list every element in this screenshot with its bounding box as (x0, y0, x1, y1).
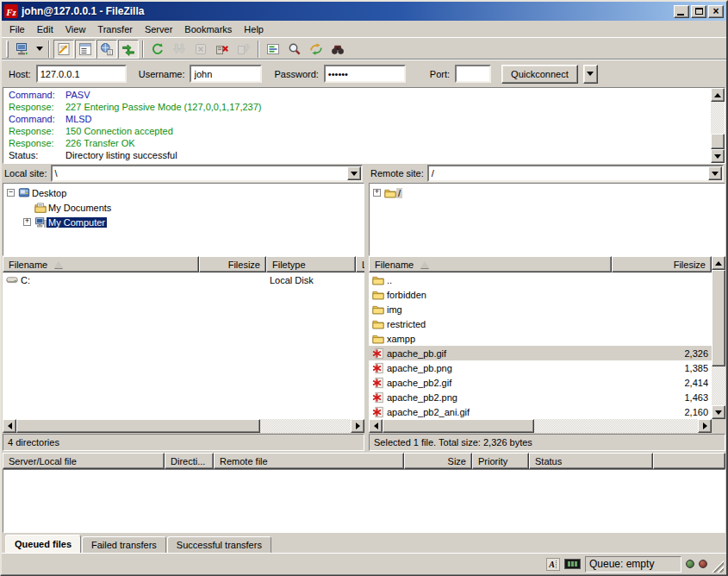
local-horizontal-scrollbar[interactable] (3, 419, 364, 433)
synchronized-browsing-button[interactable] (306, 40, 327, 59)
column-header-filename[interactable]: Filename (369, 256, 612, 272)
toggle-message-log-button[interactable] (53, 40, 74, 59)
quickconnect-dropdown-button[interactable] (583, 65, 598, 84)
quickconnect-button[interactable]: Quickconnect (501, 65, 578, 84)
folder-icon (372, 289, 384, 301)
menu-view[interactable]: View (59, 22, 92, 36)
menu-file[interactable]: File (3, 22, 31, 36)
collapse-icon[interactable]: − (7, 189, 15, 197)
scrollbar-thumb[interactable] (16, 419, 260, 433)
scroll-left-button[interactable] (3, 419, 16, 433)
username-input[interactable] (190, 65, 262, 83)
tab-successful-transfers[interactable]: Successful transfers (167, 536, 271, 553)
column-header-label: Server/Local file (9, 456, 77, 466)
scrollbar-track[interactable] (383, 419, 698, 433)
scroll-left-button[interactable] (369, 419, 383, 433)
scrollbar-thumb[interactable] (712, 270, 725, 366)
column-header-filesize[interactable]: Filesize (612, 256, 712, 272)
local-site-label: Local site: (4, 168, 47, 178)
column-header-priority[interactable]: Priority (472, 453, 529, 469)
file-row-img[interactable]: img (369, 302, 712, 316)
maximize-button[interactable] (691, 5, 706, 18)
local-site-dropdown-button[interactable] (347, 166, 361, 180)
file-row-apache-pb2-gif[interactable]: apache_pb2.gif2,414 (369, 375, 712, 390)
refresh-button[interactable] (147, 40, 168, 59)
menu-server[interactable]: Server (139, 22, 178, 36)
directory-listing-filters-button[interactable] (263, 40, 283, 59)
tab-failed-transfers[interactable]: Failed transfers (82, 536, 166, 553)
file-row-xampp[interactable]: xampp (369, 331, 712, 346)
tree-item-my-documents[interactable]: My Documents (3, 200, 364, 215)
arrow-left-icon (8, 423, 12, 429)
find-files-button[interactable] (327, 40, 348, 59)
scroll-up-button[interactable] (712, 256, 725, 270)
tree-item-label: Desktop (30, 188, 68, 198)
file-row-forbidden[interactable]: forbidden (369, 287, 712, 302)
menu-help[interactable]: Help (238, 22, 270, 36)
resize-grip[interactable] (712, 560, 724, 573)
scrollbar-thumb[interactable] (383, 419, 534, 433)
file-row-c[interactable]: C:Local Disk (3, 272, 364, 287)
scrollbar-track[interactable] (16, 419, 351, 433)
file-row-apache-pb2-ani-gif[interactable]: apache_pb2_ani.gif2,160 (369, 404, 712, 419)
tab-queued-files[interactable]: Queued files (5, 535, 81, 553)
file-row-[interactable]: .. (369, 272, 712, 287)
scrollbar-track[interactable] (712, 366, 725, 405)
scroll-down-button[interactable] (711, 149, 725, 163)
local-site-combobox[interactable]: \ (51, 165, 363, 182)
scroll-right-button[interactable] (698, 419, 712, 433)
chevron-down-icon (712, 172, 719, 176)
scrollbar-thumb[interactable] (711, 134, 725, 149)
file-row-apache-pb-png[interactable]: apache_pb.png1,385 (369, 360, 712, 375)
file-cell (612, 302, 712, 316)
column-header-remote-file[interactable]: Remote file (214, 453, 404, 469)
minimize-button[interactable] (674, 5, 689, 18)
remote-horizontal-scrollbar[interactable] (369, 419, 712, 433)
column-header-directi[interactable]: Directi... (165, 453, 214, 469)
column-header-filename[interactable]: Filename (3, 256, 199, 272)
tree-item-[interactable]: +/ (370, 185, 725, 200)
host-input[interactable] (36, 65, 127, 83)
arrow-right-icon (703, 423, 707, 429)
file-row-apache-pb2-png[interactable]: apache_pb2.png1,463 (369, 390, 712, 404)
scroll-down-button[interactable] (712, 405, 725, 419)
expand-icon[interactable]: + (373, 189, 381, 197)
close-button[interactable]: × (708, 5, 724, 18)
remote-site-dropdown-button[interactable] (708, 166, 722, 180)
remote-vertical-scrollbar[interactable] (712, 256, 725, 419)
password-input[interactable] (324, 65, 406, 83)
file-row-restricted[interactable]: restricted (369, 316, 712, 331)
process-queue-icon (172, 42, 186, 56)
site-manager-button[interactable] (12, 40, 33, 59)
cancel-operation-button[interactable] (190, 40, 211, 59)
port-input[interactable] (455, 65, 491, 83)
toggle-local-tree-button[interactable] (75, 40, 96, 59)
scroll-right-button[interactable] (351, 419, 364, 433)
tree-item-my-computer[interactable]: +My Computer (3, 215, 364, 229)
disconnect-button[interactable] (212, 40, 233, 59)
remote-site-combobox[interactable]: / (427, 165, 724, 182)
site-manager-dropdown-button[interactable] (34, 40, 45, 59)
toggle-remote-tree-button[interactable] (96, 40, 117, 59)
column-header-server-local-file[interactable]: Server/Local file (3, 453, 165, 469)
menu-bookmarks[interactable]: Bookmarks (178, 22, 238, 36)
scroll-up-button[interactable] (711, 88, 725, 102)
log-vertical-scrollbar[interactable] (711, 88, 725, 163)
toggle-transfer-queue-button[interactable] (118, 40, 139, 59)
column-header-filetype[interactable]: Filetype (266, 256, 356, 272)
reconnect-button[interactable] (233, 40, 254, 59)
directory-comparison-button[interactable] (284, 40, 305, 59)
file-cell-text: .. (387, 275, 392, 285)
column-header-status[interactable]: Status (529, 453, 653, 469)
file-row-apache-pb-gif[interactable]: apache_pb.gif2,326 (369, 346, 712, 360)
expand-icon[interactable]: + (23, 218, 31, 226)
column-header-l[interactable]: L (356, 256, 364, 272)
process-queue-button[interactable] (169, 40, 190, 59)
column-header-size[interactable]: Size (404, 453, 472, 469)
menu-transfer[interactable]: Transfer (91, 22, 139, 36)
toolbar-separator (142, 41, 144, 58)
scrollbar-track[interactable] (711, 102, 725, 149)
menu-edit[interactable]: Edit (31, 22, 59, 36)
tree-item-desktop[interactable]: −Desktop (3, 185, 364, 200)
column-header-filesize[interactable]: Filesize (199, 256, 266, 272)
